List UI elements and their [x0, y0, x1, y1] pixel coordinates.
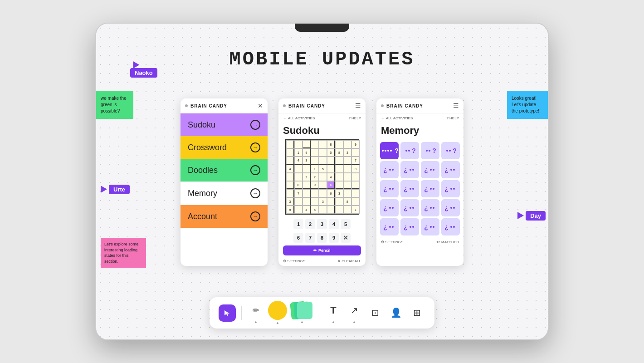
memory-card[interactable]: ¿	[441, 180, 460, 197]
memory-card[interactable]: ?	[421, 142, 439, 159]
num-btn-5[interactable]: 5	[341, 219, 351, 229]
toolbar-user-tool[interactable]: 👤	[387, 304, 405, 322]
toolbar-color-yellow[interactable]: ▲	[268, 301, 287, 325]
sudoku-cell[interactable]	[343, 189, 351, 197]
sudoku-cell[interactable]	[351, 197, 360, 206]
user-icon[interactable]: 👤	[387, 304, 405, 321]
sudoku-cell[interactable]	[311, 189, 319, 197]
phone3-help-label[interactable]: ? HELP	[446, 116, 459, 120]
memory-card[interactable]: ¿	[441, 218, 460, 235]
sudoku-cell[interactable]	[294, 165, 302, 173]
color-swatch-yellow[interactable]	[268, 301, 287, 320]
connect-icon[interactable]: ↗	[346, 302, 363, 319]
pencil-button[interactable]: ✏ Pencil	[283, 245, 361, 255]
sudoku-cell[interactable]: 6	[327, 181, 335, 189]
memory-card[interactable]: ¿	[400, 218, 419, 235]
memory-card[interactable]: ¿	[380, 161, 399, 178]
memory-card[interactable]: ¿	[380, 218, 399, 235]
sudoku-cell[interactable]	[311, 140, 319, 148]
memory-card[interactable]: ¿	[400, 161, 419, 178]
toolbar-connect-tool[interactable]: ↗ ▲	[346, 302, 363, 324]
sudoku-cell[interactable]: 3	[351, 165, 360, 173]
sudoku-cell[interactable]	[327, 165, 335, 173]
text-icon[interactable]: T	[325, 302, 342, 319]
sudoku-cell[interactable]: 6	[327, 189, 335, 197]
sudoku-cell[interactable]: 4	[286, 165, 294, 173]
phone2-settings[interactable]: ⚙ SETTINGS	[283, 259, 305, 263]
sudoku-cell[interactable]: 2	[302, 173, 311, 181]
sudoku-cell[interactable]: 3	[335, 189, 343, 197]
sudoku-cell[interactable]	[311, 148, 319, 157]
sudoku-cell[interactable]	[286, 181, 294, 189]
sudoku-cell[interactable]: 9	[351, 140, 360, 148]
sudoku-cell[interactable]	[343, 173, 351, 181]
sudoku-cell[interactable]: 3	[319, 197, 327, 206]
sudoku-cell[interactable]	[335, 197, 343, 206]
num-btn-6[interactable]: 6	[293, 233, 303, 243]
sudoku-cell[interactable]: 5	[327, 148, 335, 157]
phone3-settings[interactable]: ⚙ SETTINGS	[381, 240, 403, 244]
memory-card[interactable]: ¿	[421, 180, 439, 197]
group-icon[interactable]: ⊞	[408, 304, 425, 321]
canvas[interactable]: MOBILE UPDATES Naoko Urte Day we make th…	[96, 24, 548, 339]
sudoku-cell[interactable]	[335, 181, 343, 189]
sudoku-cell[interactable]	[351, 181, 360, 189]
toolbar-text-tool[interactable]: T ▲	[325, 302, 342, 324]
sudoku-cell[interactable]	[327, 206, 335, 214]
memory-card[interactable]: ?	[400, 142, 419, 159]
num-btn-7[interactable]: 7	[305, 233, 315, 243]
sudoku-cell[interactable]	[319, 157, 327, 165]
num-btn-3[interactable]: 3	[317, 219, 327, 229]
sudoku-cell[interactable]	[294, 206, 302, 214]
sudoku-cell[interactable]: 1	[294, 148, 302, 157]
sudoku-cell[interactable]	[319, 140, 327, 148]
sudoku-cell[interactable]	[311, 157, 319, 165]
num-btn-2[interactable]: 2	[305, 219, 315, 229]
sudoku-cell[interactable]	[351, 173, 360, 181]
menu-item-sudoku[interactable]: Sudoku →	[181, 113, 268, 136]
phone2-clear[interactable]: ✕ CLEAR ALL	[337, 259, 361, 263]
sudoku-cell[interactable]: 5	[311, 206, 319, 214]
sudoku-cell[interactable]	[286, 189, 294, 197]
memory-card[interactable]: ¿	[400, 199, 419, 216]
sudoku-cell[interactable]: 8	[327, 140, 335, 148]
sudoku-cell[interactable]	[319, 148, 327, 157]
sudoku-cell[interactable]	[302, 189, 311, 197]
sudoku-cell[interactable]	[351, 189, 360, 197]
memory-card[interactable]: ?	[441, 142, 460, 159]
frame-icon[interactable]: ⊡	[366, 304, 384, 321]
num-btn-1[interactable]: 1	[293, 219, 303, 229]
sudoku-cell[interactable]: 4	[302, 206, 311, 214]
sudoku-cell[interactable]	[319, 173, 327, 181]
toolbar-color-stack[interactable]: ▲	[291, 302, 313, 324]
sudoku-cell[interactable]	[302, 165, 311, 173]
sudoku-cell[interactable]	[343, 181, 351, 189]
toolbar-group-tool[interactable]: ⊞	[408, 304, 425, 322]
phone2-menu-icon[interactable]: ☰	[355, 102, 361, 109]
sudoku-cell[interactable]	[343, 206, 351, 214]
sudoku-cell[interactable]: 8	[343, 197, 351, 206]
sudoku-cell[interactable]	[343, 157, 351, 165]
toolbar-pen-tool[interactable]: ✏ ▲	[247, 302, 264, 324]
sudoku-cell[interactable]	[294, 173, 302, 181]
sudoku-cell[interactable]	[335, 165, 343, 173]
color-stack-green[interactable]	[291, 302, 313, 319]
sudoku-cell[interactable]	[311, 197, 319, 206]
sudoku-grid[interactable]: 8 9 1 9 5 8 3 4 3	[285, 139, 359, 215]
sudoku-cell[interactable]	[302, 181, 311, 189]
memory-card[interactable]: ¿	[380, 180, 399, 197]
sudoku-cell[interactable]	[335, 157, 343, 165]
sudoku-cell[interactable]: 3	[343, 148, 351, 157]
sudoku-cell[interactable]: 4	[294, 157, 302, 165]
memory-card[interactable]: ¿	[400, 180, 419, 197]
sudoku-cell[interactable]	[286, 140, 294, 148]
sudoku-cell[interactable]	[327, 157, 335, 165]
sudoku-cell[interactable]: 8	[335, 148, 343, 157]
memory-card[interactable]: ¿	[380, 199, 399, 216]
num-btn-4[interactable]: 4	[329, 219, 339, 229]
menu-item-crossword[interactable]: Crossword →	[181, 136, 268, 159]
sudoku-cell[interactable]: 4	[327, 173, 335, 181]
num-btn-cancel[interactable]: ✕	[341, 233, 351, 243]
sudoku-cell[interactable]	[327, 197, 335, 206]
phone3-back[interactable]: ← ALL ACTIVITIES	[381, 116, 413, 120]
